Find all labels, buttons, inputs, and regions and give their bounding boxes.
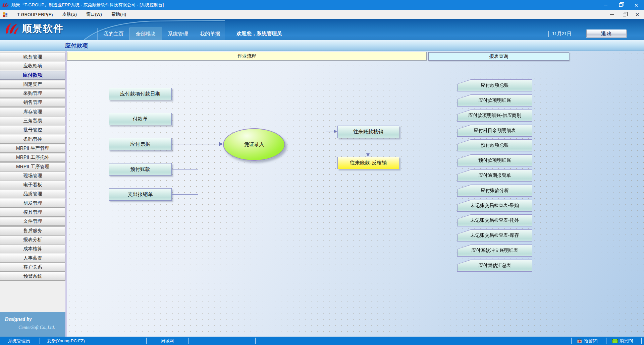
flow-node-payment-date[interactable]: 应付款项付款日期 <box>109 88 172 100</box>
report-button-payables-detail-by-supplier[interactable]: 应付款项明细账-供应商别 <box>457 110 532 122</box>
sidebar-item-after-sales[interactable]: 售后服务 <box>0 226 65 235</box>
sidebar-item-hr-payroll[interactable]: 人事薪资 <box>0 254 65 263</box>
app-logo-icon <box>2 2 9 8</box>
nav-tab-system-mgmt[interactable]: 系统管理 <box>162 28 194 40</box>
menu-bar: T-GROUP ERP(E) 皮肤(S) 窗口(W) 帮助(H) ✕ <box>0 10 644 19</box>
status-messages[interactable]: 消息[9] <box>612 338 633 344</box>
page-title: 应付款项 <box>65 42 88 50</box>
flow-arrow-line <box>198 144 219 144</box>
brand-logo-text: 顺景软件 <box>22 22 64 36</box>
close-icon[interactable]: ✕ <box>629 0 644 10</box>
flow-arrowhead <box>219 142 223 146</box>
sidebar-item-batch-control[interactable]: 批号管控 <box>0 126 65 134</box>
brand-logo-icon <box>5 22 19 36</box>
sidebar-item-alert-system[interactable]: 预警系统 <box>0 272 65 281</box>
designed-by-text: Designed by <box>5 316 32 322</box>
sidebar-item-mrp2-process[interactable]: MRPII 工序管理 <box>0 162 65 171</box>
sidebar-item-receivables[interactable]: 应收款项 <box>0 62 65 70</box>
report-button-accrual-summary[interactable]: 应付暂估汇总表 <box>457 260 532 272</box>
sidebar-item-crm[interactable]: 客户关系 <box>0 263 65 272</box>
report-button-overdue-alert[interactable]: 应付逾期报警单 <box>457 169 532 182</box>
flow-node-payment-slip[interactable]: 付款单 <box>109 113 172 125</box>
report-button-unposted-check-inventory[interactable]: 未记账交易检查表-库存 <box>457 229 532 242</box>
sidebar-item-e-kanban[interactable]: 电子看板 <box>0 181 65 189</box>
page-title-strip: 应付款项 <box>0 40 644 51</box>
mdi-close-icon[interactable]: ✕ <box>634 10 641 19</box>
status-separator <box>40 338 40 344</box>
report-section-header[interactable]: 报表查询 <box>428 52 569 61</box>
flow-node-verify[interactable]: 往来账款核销 <box>337 126 399 138</box>
status-network: 局域网 <box>161 338 174 344</box>
sidebar-item-barcode-control[interactable]: 条码管控 <box>0 135 65 144</box>
window-titlebar: 顺景『T-GROUP』制造业ERP系统 - 东莞顺景软件科技有限公司 - [系统… <box>0 0 644 10</box>
flow-node-reverse-verify[interactable]: 往来账款-反核销 <box>337 157 399 169</box>
status-user: 系统管理员 <box>8 338 30 344</box>
flow-loop-top <box>326 132 334 132</box>
nav-tab-home[interactable]: 我的主页 <box>97 28 129 40</box>
nav-tab-all-modules[interactable]: 全部模块 <box>129 28 162 40</box>
status-host: 复杂(Young-PC:FZ) <box>47 338 85 344</box>
mdi-restore-icon[interactable] <box>621 10 628 19</box>
flow-connector <box>172 194 198 195</box>
report-button-unposted-check-outsource[interactable]: 未记账交易检查表-托外 <box>457 214 532 226</box>
sidebar-item-costing[interactable]: 成本核算 <box>0 245 65 253</box>
menu-item-window[interactable]: 窗口(W) <box>82 10 107 19</box>
sidebar-item-inventory[interactable]: 库存管理 <box>0 108 65 116</box>
report-button-unposted-check-purchase[interactable]: 未记账交易检查表-采购 <box>457 200 532 212</box>
flow-loop-vline <box>326 132 326 163</box>
report-button-aging-analysis[interactable]: 应付账龄分析 <box>457 185 532 197</box>
flow-node-prepayment[interactable]: 预付账款 <box>109 163 172 176</box>
sidebar-item-quality[interactable]: 品质管理 <box>0 190 65 198</box>
message-icon <box>612 339 618 343</box>
menu-item-skin[interactable]: 皮肤(S) <box>58 10 82 19</box>
restore-icon[interactable] <box>613 0 629 10</box>
mdi-window-controls: ✕ <box>608 10 641 19</box>
sidebar-item-sales[interactable]: 销售管理 <box>0 98 65 107</box>
menu-item-help[interactable]: 帮助(H) <box>107 10 131 19</box>
company-text: CenterSoft Co.,Ltd. <box>18 325 55 330</box>
flow-node-payable-notes[interactable]: 应付票据 <box>109 138 172 150</box>
report-button-payables-ledger[interactable]: 应付款项总账 <box>457 79 532 91</box>
report-button-payables-detail[interactable]: 应付款项明细账 <box>457 94 532 107</box>
grid-squares-icon <box>3 12 8 17</box>
sidebar-item-rnd[interactable]: 研发管理 <box>0 199 65 208</box>
sidebar-item-mrp2-production[interactable]: MRPII 生产管理 <box>0 144 65 153</box>
nav-tab-my-documents[interactable]: 我的单据 <box>194 28 226 40</box>
status-bar: 系统管理员 复杂(Young-PC:FZ) 局域网 预警[2] 消息[9] <box>0 337 644 345</box>
sidebar-item-triangle-trade[interactable]: 三角贸易 <box>0 117 65 125</box>
exit-button[interactable]: 退 出 <box>586 30 627 38</box>
sidebar-item-documents[interactable]: 文件管理 <box>0 217 65 226</box>
status-separator <box>641 338 642 344</box>
report-button-prepaid-ledger[interactable]: 预付款项总账 <box>457 139 532 151</box>
erp-application-window: 顺景『T-GROUP』制造业ERP系统 - 东莞顺景软件科技有限公司 - [系统… <box>0 0 644 345</box>
app-header: 顺景软件 我的主页 全部模块 系统管理 我的单据 欢迎您，系统管理员 11月21… <box>0 19 644 40</box>
sidebar-item-fixed-assets[interactable]: 固定资产 <box>0 80 65 89</box>
report-button-payable-account-balance[interactable]: 应付科目余额明细表 <box>457 125 532 137</box>
flow-connector <box>172 144 198 144</box>
flow-loop-arrowhead <box>334 130 337 133</box>
header-nav-tabs: 我的主页 全部模块 系统管理 我的单据 <box>97 28 226 40</box>
minimize-icon[interactable] <box>598 0 613 10</box>
menu-item-tgroup-erp[interactable]: T-GROUP ERP(E) <box>12 10 58 19</box>
designed-by-panel: Designed by CenterSoft Co.,Ltd. <box>0 312 65 337</box>
flow-arrowhead-down <box>366 153 370 157</box>
sidebar-item-shopfloor[interactable]: 现场管理 <box>0 171 65 180</box>
sidebar-item-mrp2-outsourcing[interactable]: MRPII 工序托外 <box>0 153 65 162</box>
sidebar-item-report-analysis[interactable]: 报表分析 <box>0 235 65 244</box>
workflow-section-header[interactable]: 作业流程 <box>67 52 427 61</box>
workflow-canvas: 作业流程 报表查询 应付款项付款日期 付款单 应付票据 预付账款 支出报销单 凭… <box>67 51 644 337</box>
mdi-minimize-icon[interactable] <box>608 10 615 19</box>
sidebar-item-mold[interactable]: 模具管理 <box>0 208 65 217</box>
flow-node-expense-report[interactable]: 支出报销单 <box>109 188 172 201</box>
status-alerts[interactable]: 预警[2] <box>577 338 597 344</box>
flow-node-voucher-entry[interactable]: 凭证录入 <box>223 128 285 161</box>
alert-icon <box>577 339 582 343</box>
sidebar-item-payables[interactable]: 应付款项 <box>0 71 65 80</box>
sidebar-item-purchasing[interactable]: 采购管理 <box>0 89 65 98</box>
status-separator <box>606 338 606 344</box>
module-sidebar: 账务管理 应收款项 应付款项 固定资产 采购管理 销售管理 库存管理 三角贸易 … <box>0 51 67 337</box>
report-button-prepaid-detail[interactable]: 预付款项明细账 <box>457 154 532 166</box>
report-button-offset-detail[interactable]: 应付账款冲立账明细表 <box>457 245 532 257</box>
sidebar-item-accounting[interactable]: 账务管理 <box>0 53 65 61</box>
status-separator <box>571 338 572 344</box>
